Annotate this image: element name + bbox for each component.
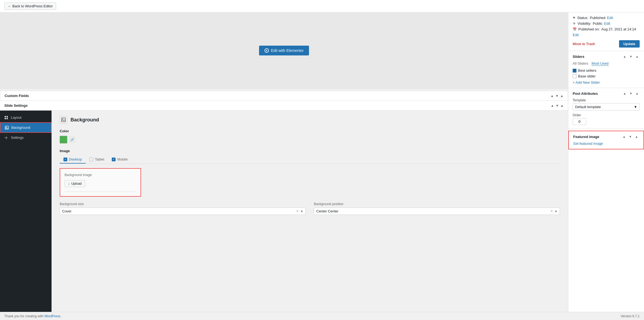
sliders-up[interactable]: ▲: [622, 54, 627, 59]
sliders-header: Sliders ▲ ▼ ▲: [573, 54, 640, 59]
sliders-controls: ▲ ▼ ▲: [622, 54, 640, 59]
slide-settings-label: Slide Settings: [4, 103, 28, 108]
post-attributes-controls: ▲ ▼ ▲: [622, 91, 640, 96]
image-label: Image: [60, 149, 560, 153]
slide-settings-down[interactable]: ▼: [556, 104, 559, 108]
slide-nav: Layout Background: [0, 111, 52, 312]
sliders-collapse[interactable]: ▲: [635, 54, 640, 59]
status-row: ⚑ Status: Published Edit: [573, 16, 640, 20]
background-title: Background: [71, 117, 99, 123]
bg-position-group: Background position Center Center ✕ ▼: [314, 202, 560, 215]
back-to-wordpress-button[interactable]: ← Back to WordPress Editor: [4, 2, 56, 10]
order-label: Order: [573, 113, 640, 117]
template-arrow: ▼: [634, 105, 637, 109]
elementor-icon: ●: [264, 48, 269, 53]
featured-image-down[interactable]: ▼: [628, 134, 633, 139]
template-select[interactable]: Default template ▼: [573, 103, 640, 111]
sliders-down[interactable]: ▼: [628, 54, 633, 59]
post-attr-up[interactable]: ▲: [622, 91, 627, 96]
footer-bar: Thank you for creating with WordPress. V…: [0, 312, 644, 320]
post-attr-collapse[interactable]: ▲: [635, 91, 640, 96]
tab-desktop[interactable]: ✓ Desktop: [60, 156, 86, 164]
post-attributes-title: Post Attributes: [573, 92, 598, 96]
background-label: Background: [11, 126, 30, 130]
featured-image-collapse[interactable]: ▲: [634, 134, 639, 139]
published-edit-row: Edit: [573, 33, 640, 37]
bg-size-arrow[interactable]: ▼: [300, 210, 303, 213]
sliders-section: Sliders ▲ ▼ ▲ All Sliders Most Used ✓ Be…: [568, 51, 644, 88]
slide-settings-up[interactable]: ▲: [551, 104, 554, 108]
custom-fields-down[interactable]: ▼: [555, 94, 559, 98]
best-sellers-checkbox[interactable]: ✓: [573, 69, 576, 73]
elementor-area: ● Edit with Elementor: [0, 12, 568, 89]
image-tabs: ✓ Desktop Tablet ✓ Mobile: [60, 156, 560, 164]
upload-button[interactable]: ↓ Upload: [65, 180, 85, 187]
featured-image-controls: ▲ ▼ ▲: [621, 134, 639, 139]
template-label: Template: [573, 98, 640, 102]
visibility-edit-link[interactable]: Edit: [604, 21, 610, 26]
background-icon: [5, 126, 9, 130]
bg-position-select[interactable]: Center Center ✕ ▼: [314, 208, 560, 215]
custom-fields-bar: Custom Fields ▲ ▼ ▲: [0, 91, 568, 101]
status-icon: ⚑: [573, 16, 576, 20]
published-value: Aug 27, 2021 at 14:14: [601, 27, 636, 31]
update-button[interactable]: Update: [619, 40, 640, 48]
edit-with-elementor-button[interactable]: ● Edit with Elementor: [259, 46, 309, 55]
status-edit-link[interactable]: Edit: [607, 16, 613, 20]
slide-nav-settings[interactable]: Settings: [0, 133, 52, 142]
move-to-trash-link[interactable]: Move to Trash: [573, 42, 595, 46]
center-content: ● Edit with Elementor Custom Fields ▲ ▼ …: [0, 12, 568, 312]
featured-image-title: Featured image: [573, 135, 599, 139]
best-sellers-label: Best sellers: [578, 68, 596, 73]
bg-position-arrow[interactable]: ▼: [554, 210, 557, 213]
order-input[interactable]: [573, 118, 586, 125]
color-row: 🔗: [60, 136, 560, 143]
tab-most-used[interactable]: Most Used: [592, 61, 608, 66]
set-featured-image-link[interactable]: Set featured image: [573, 142, 603, 146]
slide-nav-background[interactable]: Background: [0, 122, 52, 133]
slide-settings-controls: ▲ ▼ ▲: [551, 104, 564, 108]
footer-text: Thank you for creating with WordPress.: [4, 314, 61, 318]
slide-settings-collapse[interactable]: ▲: [560, 104, 564, 108]
layout-icon: [4, 116, 8, 120]
add-new-slider-link[interactable]: + Add New Slider: [573, 80, 640, 84]
published-edit-link[interactable]: Edit: [573, 33, 579, 37]
base-slider-checkbox[interactable]: [573, 74, 576, 78]
published-row: 📅 Published on: Aug 27, 2021 at 14:14: [573, 27, 640, 31]
svg-rect-1: [7, 116, 8, 117]
publish-section: ⚑ Status: Published Edit 👁 Visibility: P…: [568, 12, 644, 51]
desktop-check: ✓: [63, 158, 67, 161]
tab-mobile[interactable]: ✓ Mobile: [108, 156, 131, 164]
best-sellers-row: ✓ Best sellers: [573, 68, 640, 73]
bg-size-select[interactable]: Cover ✕ ▼: [60, 208, 306, 215]
bg-image-box: Background image ↓ Upload: [60, 168, 141, 197]
publish-actions: Move to Trash Update: [573, 40, 640, 48]
layout-label: Layout: [11, 115, 21, 120]
top-bar: ← Back to WordPress Editor: [0, 0, 644, 12]
color-label: Color: [60, 129, 560, 133]
slide-settings-header: Slide Settings ▲ ▼ ▲: [0, 101, 568, 111]
custom-fields-label: Custom Fields: [5, 94, 29, 98]
custom-fields-collapse[interactable]: ▲: [560, 94, 563, 98]
visibility-row: 👁 Visibility: Public Edit: [573, 21, 640, 26]
bg-position-value: Center Center: [316, 209, 549, 213]
link-icon[interactable]: 🔗: [69, 137, 75, 142]
version-text: Version 6.7.1: [621, 314, 640, 318]
post-attr-down[interactable]: ▼: [628, 91, 633, 96]
bg-position-label: Background position: [314, 202, 560, 206]
featured-image-up[interactable]: ▲: [621, 134, 627, 139]
svg-rect-0: [5, 116, 6, 117]
upload-icon: ↓: [68, 182, 70, 186]
bg-size-clear[interactable]: ✕: [296, 209, 299, 213]
bg-position-clear[interactable]: ✕: [550, 209, 553, 213]
mobile-check: ✓: [112, 158, 116, 161]
base-slider-label: Base slider: [578, 74, 595, 78]
color-swatch[interactable]: [60, 136, 67, 143]
slide-nav-layout[interactable]: Layout: [0, 113, 52, 122]
visibility-value: Public: [593, 21, 602, 26]
tab-tablet[interactable]: Tablet: [86, 156, 108, 164]
wordpress-link[interactable]: WordPress.: [44, 314, 61, 318]
tab-all-sliders[interactable]: All Sliders: [573, 61, 588, 66]
bg-image-label: Background image: [65, 173, 136, 177]
custom-fields-up[interactable]: ▲: [550, 94, 554, 98]
